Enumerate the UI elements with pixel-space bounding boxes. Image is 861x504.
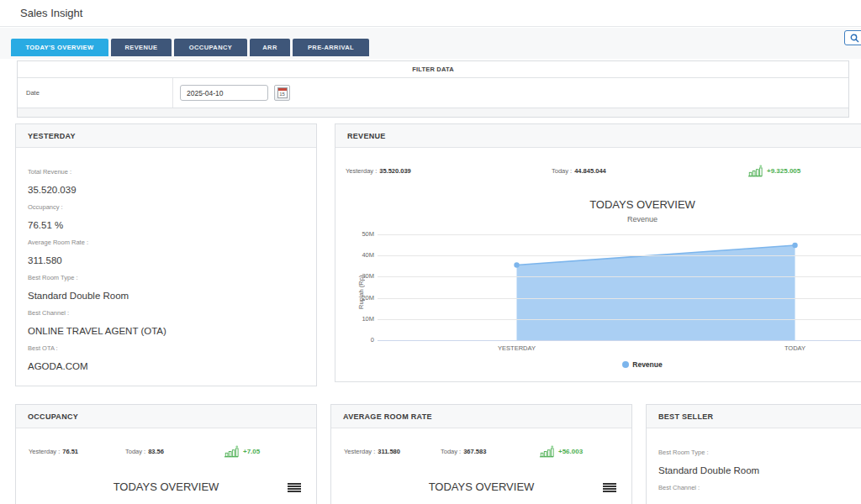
delta-value: +56.003: [558, 448, 583, 455]
yesterday-stat: Yesterday : 311.580: [344, 444, 400, 459]
filter-date-row: Date 15: [18, 78, 848, 108]
y-tick-label: 40M: [347, 251, 374, 259]
revenue-card: REVENUE Yesterday : 35.520.039 Today : 4…: [335, 123, 861, 382]
yesterday-card-title: YESTERDAY: [16, 132, 76, 140]
field-label: Occupancy :: [28, 203, 63, 211]
field-value: Standard Double Room: [28, 291, 129, 301]
field-label: Best Room Type :: [658, 449, 708, 456]
arr-card-header: AVERAGE ROOM RATE: [331, 405, 631, 428]
chart-title: TODAYS OVERVIEW: [335, 198, 861, 211]
revenue-stats-row: Yesterday : 35.520.039 Today : 44.845.04…: [335, 163, 861, 178]
yesterday-stat: Yesterday : 35.520.039: [346, 163, 411, 178]
yesterday-card-header: YESTERDAY: [16, 124, 316, 148]
x-tick-today: TODAY: [784, 344, 806, 352]
occupancy-card-title: OCCUPANCY: [16, 412, 78, 421]
field-label: Best Room Type :: [28, 274, 77, 281]
calendar-button[interactable]: 15: [274, 85, 290, 101]
revenue-area-chart: YESTERDAY TODAY 010M20M30M40M50M: [378, 234, 861, 340]
y-tick-label: 50M: [347, 230, 374, 238]
field-label: Total Revenue :: [28, 168, 71, 176]
tab-todays-overview[interactable]: TODAY'S OVERVIEW: [11, 39, 108, 56]
revenue-card-title: REVENUE: [335, 132, 386, 140]
legend-label: Revenue: [632, 360, 662, 369]
calendar-day-number: 15: [278, 92, 287, 97]
yesterday-card: YESTERDAY Total Revenue : 35.520.039 Occ…: [15, 123, 317, 386]
x-tick-yesterday: YESTERDAY: [498, 344, 536, 352]
occupancy-card: OCCUPANCY Yesterday : 76.51 Today : 83.5…: [15, 404, 317, 504]
date-input[interactable]: [180, 85, 268, 101]
area-fill: [517, 245, 795, 340]
search-button[interactable]: [844, 30, 861, 45]
hamburger-icon: [603, 483, 616, 485]
sales-insight-page: Sales Insight TODAY'S OVERVIEW REVENUE O…: [0, 0, 861, 504]
search-icon: [850, 34, 859, 43]
tab-pre-arrival[interactable]: PRE-ARRIVAL: [293, 39, 369, 56]
data-point-today[interactable]: [792, 243, 797, 248]
tab-revenue[interactable]: REVENUE: [111, 39, 172, 56]
field-label: Average Room Rate :: [28, 239, 88, 246]
chart-menu-button[interactable]: [603, 481, 616, 494]
gridline: [378, 319, 861, 320]
field-value: 76.51 %: [28, 220, 63, 230]
arr-delta: +56.003: [539, 442, 583, 460]
today-stat: Today : 367.583: [441, 444, 486, 459]
area-series: [378, 234, 861, 340]
growth-icon: [747, 165, 763, 177]
top-bar: Sales Insight: [0, 0, 861, 27]
gridline: [378, 255, 861, 256]
field-label: Best Channel :: [658, 484, 700, 491]
growth-icon: [539, 445, 554, 458]
revenue-delta: +9.325.005: [747, 161, 800, 180]
best-seller-card: BEST SELLER Best Room Type : Standard Do…: [646, 404, 861, 504]
today-stat: Today : 44.845.044: [552, 163, 606, 178]
today-stat: Today : 83.56: [125, 444, 164, 459]
occupancy-chart-title: TODAYS OVERVIEW: [16, 480, 316, 493]
tab-arr[interactable]: ARR: [250, 39, 290, 56]
filter-panel: FILTER DATA Date 15: [17, 60, 849, 118]
growth-icon: [224, 445, 239, 458]
calendar-icon: 15: [277, 87, 288, 98]
y-tick-label: 30M: [347, 272, 374, 280]
chart-subtitle: Revenue: [335, 215, 861, 223]
arr-card-title: AVERAGE ROOM RATE: [331, 412, 432, 421]
legend-marker-icon: [622, 361, 629, 368]
hamburger-icon: [288, 483, 301, 485]
field-label: Best Channel :: [28, 309, 69, 317]
average-room-rate-card: AVERAGE ROOM RATE Yesterday : 311.580 To…: [330, 404, 632, 504]
occupancy-card-header: OCCUPANCY: [16, 405, 316, 428]
gridline: [378, 234, 861, 235]
date-label: Date: [18, 78, 173, 108]
field-value: 311.580: [28, 255, 62, 265]
delta-value: +9.325.005: [767, 167, 800, 175]
field-value: 35.520.039: [28, 185, 77, 195]
page-title: Sales Insight: [20, 0, 82, 27]
best-seller-card-header: BEST SELLER: [647, 405, 861, 428]
field-label: Best OTA :: [28, 344, 58, 352]
yesterday-stat: Yesterday : 76.51: [29, 444, 78, 459]
gridline: [378, 298, 861, 299]
chart-menu-button[interactable]: [288, 481, 301, 494]
field-value: AGODA.COM: [28, 361, 88, 371]
y-tick-label: 10M: [347, 315, 374, 323]
tab-occupancy[interactable]: OCCUPANCY: [174, 39, 247, 56]
occupancy-delta: +7.05: [224, 442, 260, 460]
best-seller-card-title: BEST SELLER: [647, 412, 713, 421]
delta-value: +7.05: [243, 448, 260, 455]
revenue-card-header: REVENUE: [335, 124, 861, 148]
filter-footer-strip: [18, 108, 848, 117]
field-value: Standard Double Room: [658, 465, 759, 475]
gridline: [378, 276, 861, 277]
occupancy-stats-row: Yesterday : 76.51 Today : 83.56 +7.05: [16, 444, 316, 459]
gridline: [378, 340, 861, 341]
arr-chart-title: TODAYS OVERVIEW: [331, 480, 631, 493]
tab-bar: TODAY'S OVERVIEW REVENUE OCCUPANCY ARR P…: [11, 39, 372, 56]
data-point-yesterday[interactable]: [514, 262, 519, 267]
arr-stats-row: Yesterday : 311.580 Today : 367.583 +56.…: [331, 444, 631, 459]
y-tick-label: 0: [347, 336, 374, 344]
field-value: ONLINE TRAVEL AGENT (OTA): [28, 326, 166, 336]
legend-item-revenue[interactable]: Revenue: [335, 360, 861, 369]
filter-title: FILTER DATA: [18, 61, 848, 78]
y-tick-label: 20M: [347, 294, 374, 302]
